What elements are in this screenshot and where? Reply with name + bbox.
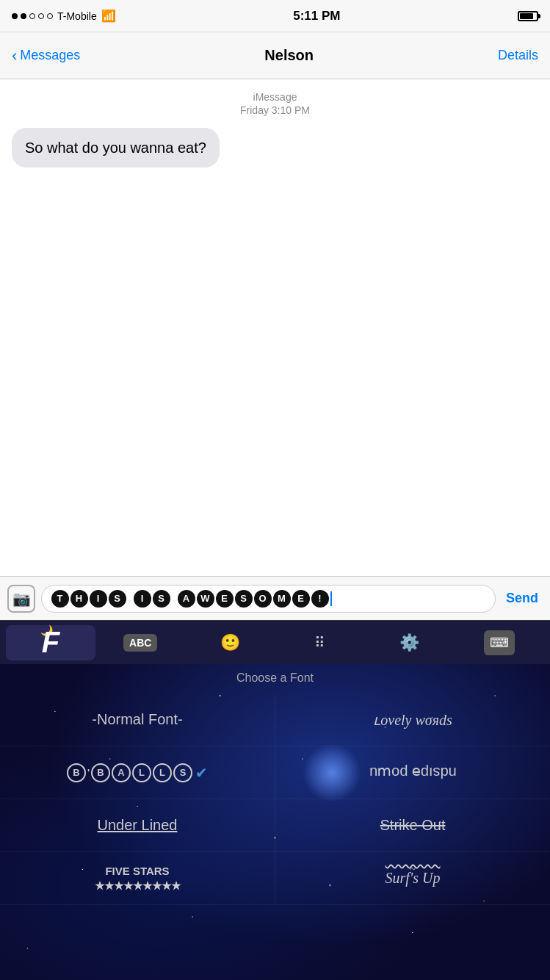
back-button[interactable]: ‹ Messages — [12, 48, 80, 64]
text-cursor — [330, 591, 332, 606]
status-left: T-Mobile 📶 — [12, 9, 116, 23]
camera-button[interactable]: 📷 — [7, 585, 35, 613]
font-upside-label: ndsıpǝ poɯu — [369, 764, 457, 782]
letter-O: O — [254, 590, 272, 608]
letter-S2: S — [235, 590, 253, 608]
status-bar: T-Mobile 📶 5:11 PM — [0, 0, 550, 32]
font-row-1: -Normal Font- ʟovely wσяds — [0, 693, 550, 746]
imessage-label: iMessage — [12, 91, 538, 103]
font-surfsup-label: Surf's Up — [386, 870, 441, 887]
bb-L2: L — [153, 763, 172, 782]
message-area: iMessage Friday 3:10 PM So what do you w… — [0, 79, 550, 550]
letter-I: I — [90, 590, 107, 608]
bb-S: S — [173, 763, 192, 782]
toolbar-font-item[interactable]: 🌙 F — [6, 625, 95, 660]
font-keyboard: 🌙 F ABC 🙂 ⠿ ⚙️ ⌨ Choose a Font -N — [0, 620, 550, 980]
font-fivestars-label: FIVE STARS ★★★★★★★★★ — [95, 864, 181, 893]
font-row-3: Under Lined Strike Out — [0, 799, 550, 852]
status-time: 5:11 PM — [293, 9, 340, 24]
dot-1 — [12, 13, 18, 19]
font-normal-label: -Normal Font- — [92, 711, 182, 728]
font-lovely-button[interactable]: ʟovely wσяds — [275, 693, 550, 746]
letter-E: E — [216, 590, 234, 608]
bb-A: A — [112, 763, 131, 782]
font-underlined-label: Under Lined — [98, 817, 178, 834]
keyboard-icon: ⌨ — [484, 630, 515, 655]
carrier-label: T-Mobile — [57, 10, 97, 22]
font-row-4: FIVE STARS ★★★★★★★★★ Surf's Up — [0, 852, 550, 905]
dot-2 — [21, 13, 26, 19]
toolbar-dots-item[interactable]: ⠿ — [275, 625, 365, 660]
bb-B2: B — [91, 763, 110, 782]
font-strikeout-button[interactable]: Strike Out — [275, 799, 550, 851]
send-button[interactable]: Send — [502, 591, 543, 606]
camera-icon: 📷 — [12, 590, 31, 608]
status-right — [518, 11, 538, 21]
page-title: Nelson — [264, 47, 314, 64]
bb-L: L — [132, 763, 151, 782]
dots-grid-icon: ⠿ — [314, 634, 325, 652]
battery-icon — [518, 11, 538, 21]
input-bar: 📷 T H I S I S A W E S O M E ! Send — [0, 576, 550, 620]
font-row-2: B ' B A L L S ✔ ndsıpǝ poɯu — [0, 746, 550, 799]
bb-B: B — [67, 763, 86, 782]
dot-3 — [29, 13, 35, 19]
letter-W: W — [197, 590, 214, 608]
font-bballs-button[interactable]: B ' B A L L S ✔ — [0, 746, 275, 799]
dot-4 — [38, 13, 44, 19]
message-row: So what do you wanna eat? — [12, 128, 538, 167]
font-surfsup-button[interactable]: Surf's Up — [275, 852, 550, 904]
signal-dots — [12, 13, 53, 19]
text-input[interactable]: T H I S I S A W E S O M E ! — [41, 585, 496, 613]
back-label: Messages — [20, 48, 80, 63]
toolbar-abc-item[interactable]: ABC — [95, 625, 185, 660]
letter-M: M — [273, 590, 291, 608]
letter-S2: S — [153, 590, 170, 608]
font-fivestars-button[interactable]: FIVE STARS ★★★★★★★★★ — [0, 852, 275, 904]
letter-A: A — [178, 590, 195, 608]
text-input-value: T H I S I S A W E S O M E ! — [51, 590, 332, 608]
font-lovely-label: ʟovely wσяds — [373, 711, 452, 729]
font-underlined-button[interactable]: Under Lined — [0, 799, 275, 851]
letter-E2: E — [292, 590, 310, 608]
font-logo-icon: F — [42, 626, 59, 658]
message-timestamp: Friday 3:10 PM — [12, 104, 538, 116]
toolbar-emoji-item[interactable]: 🙂 — [185, 625, 275, 660]
font-grid-content: Choose a Font -Normal Font- ʟovely wσяds… — [0, 664, 550, 912]
font-grid-background: Choose a Font -Normal Font- ʟovely wσяds… — [0, 664, 550, 980]
letter-S: S — [109, 590, 126, 608]
toolbar-gear-item[interactable]: ⚙️ — [365, 625, 455, 660]
wifi-icon: 📶 — [101, 9, 116, 23]
font-grid-title: Choose a Font — [0, 671, 550, 685]
nav-bar: ‹ Messages Nelson Details — [0, 32, 550, 79]
emoji-icon: 🙂 — [220, 633, 240, 652]
letter-T: T — [51, 590, 69, 608]
battery-fill — [520, 13, 533, 19]
bb-apos: ' — [87, 767, 90, 778]
letter-I2: I — [134, 590, 151, 608]
details-button[interactable]: Details — [498, 48, 538, 63]
back-chevron-icon: ‹ — [12, 48, 17, 64]
font-strikeout-label: Strike Out — [380, 817, 446, 834]
bb-checkmark-icon: ✔ — [195, 764, 208, 782]
letter-excl: ! — [311, 590, 329, 608]
font-normal-button[interactable]: -Normal Font- — [0, 693, 275, 746]
font-upside-button[interactable]: ndsıpǝ poɯu — [275, 746, 550, 799]
font-bballs-label: B ' B A L L S ✔ — [67, 763, 208, 782]
letter-H: H — [70, 590, 88, 608]
toolbar-keyboard-item[interactable]: ⌨ — [455, 625, 544, 660]
message-bubble: So what do you wanna eat? — [12, 128, 220, 167]
font-toolbar: 🌙 F ABC 🙂 ⠿ ⚙️ ⌨ — [0, 620, 550, 664]
abc-button: ABC — [123, 634, 157, 652]
gear-icon: ⚙️ — [399, 633, 419, 652]
dot-5 — [47, 13, 53, 19]
